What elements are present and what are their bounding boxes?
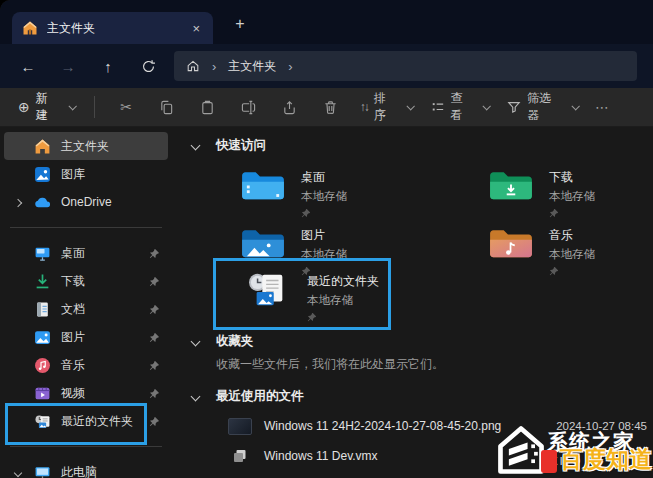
sidebar-item-desktop[interactable]: 桌面 [4,239,168,267]
section-title: 收藏夹 [216,333,254,350]
sidebar-item-label: 下载 [61,273,85,290]
pin-icon [301,208,311,218]
rename-button[interactable] [228,92,269,122]
expander-icon[interactable] [15,465,21,478]
chevron-down-icon[interactable] [191,141,201,151]
pin-icon [149,276,160,287]
tile-location: 本地存储 [301,247,347,262]
toolbar-divider [94,96,95,118]
file-row[interactable]: Windows 11 Dev.vmx [228,443,647,469]
home-icon [34,138,51,155]
tile-desktop[interactable]: 桌面 本地存储 [240,167,347,222]
sidebar-item-downloads[interactable]: 下载 [4,267,168,295]
view-icon [431,100,445,114]
chevron-down-icon[interactable] [191,392,201,402]
sidebar-item-pictures[interactable]: 图片 [4,323,168,351]
new-label: 新建 [36,90,60,124]
share-icon [282,100,297,115]
pin-icon [549,208,559,218]
refresh-button[interactable] [128,51,168,81]
expander-icon[interactable] [15,195,21,209]
copy-button[interactable] [146,92,187,122]
new-tab-button[interactable]: + [227,11,253,37]
file-date: 2024-10-27 08:45 [556,420,647,432]
file-row[interactable]: Windows 11 24H2-2024-10-27-08-45-20.png … [228,413,647,439]
address-box[interactable]: › 主文件夹 › [174,51,637,81]
desktop-folder-icon [240,167,286,205]
tab-bar: 主文件夹 × + [0,0,653,44]
favorites-empty-message: 收藏一些文件后，我们将在此处显示它们。 [216,356,444,373]
sidebar-item-home[interactable]: 主文件夹 [4,132,168,160]
pin-icon [149,416,160,427]
section-favorites[interactable]: 收藏夹 [192,333,254,350]
breadcrumb-separator[interactable]: › [288,59,292,74]
vmx-file-icon [228,448,252,465]
cut-button[interactable]: ✂ [106,92,147,122]
tile-location: 本地存储 [301,189,347,204]
sidebar-item-label: 主文件夹 [61,138,109,155]
tile-location: 本地存储 [307,293,379,308]
pictures-folder-icon [240,225,286,263]
more-options-button[interactable]: ⋯ [587,92,617,122]
sidebar-item-music[interactable]: 音乐 [4,351,168,379]
sidebar-item-recent-folders[interactable]: 最近的文件夹 [4,407,168,435]
breadcrumb-crumb[interactable]: 主文件夹 [228,58,276,75]
paste-button[interactable] [187,92,228,122]
sidebar-item-label: 桌面 [61,245,85,262]
back-button[interactable]: ← [8,51,48,81]
sidebar-item-gallery[interactable]: 图库 [4,160,168,188]
tile-location: 本地存储 [549,247,595,262]
sidebar-item-documents[interactable]: 文档 [4,295,168,323]
forward-button[interactable]: → [48,51,88,81]
delete-button[interactable] [310,92,351,122]
pin-icon [307,312,317,322]
section-recent-files[interactable]: 最近使用的文件 [192,388,304,405]
pin-icon [149,304,160,315]
filter-label: 筛选器 [527,90,563,124]
tile-recent-folders[interactable]: 最近的文件夹 本地存储 [246,271,379,326]
share-button[interactable] [269,92,310,122]
close-tab-icon[interactable]: × [189,21,203,36]
recent-folders-big-icon [246,271,292,311]
recent-folders-icon [34,413,51,430]
paste-icon [200,100,215,115]
trash-icon [323,100,338,115]
filter-button[interactable]: 筛选器 [498,92,587,122]
toolbar-right-group: ↑↓ 排序 查看 筛选器 ⋯ [351,92,617,122]
sidebar-item-videos[interactable]: 视频 [4,379,168,407]
sort-icon: ↑↓ [360,100,368,114]
chevron-down-icon [572,102,580,110]
pin-icon [149,248,160,259]
section-quick-access[interactable]: 快速访问 [192,137,266,154]
explorer-tab[interactable]: 主文件夹 × [12,12,213,44]
tile-name: 下载 [549,169,595,186]
png-thumbnail-icon [228,418,252,435]
music-icon [34,357,51,374]
sidebar-item-onedrive[interactable]: OneDrive [4,188,168,216]
command-toolbar: ⊕ 新建 ✂ [0,88,653,127]
view-button[interactable]: 查看 [422,92,499,122]
tab-title: 主文件夹 [47,20,189,37]
tile-downloads[interactable]: 下载 本地存储 [488,167,595,222]
tile-location: 本地存储 [549,189,595,204]
sidebar-item-label: 视频 [61,385,85,402]
tile-music[interactable]: 音乐 本地存储 [488,225,595,280]
chevron-down-icon[interactable] [191,337,201,347]
sidebar-divider [10,227,162,228]
pictures-icon [34,329,51,346]
sort-button[interactable]: ↑↓ 排序 [351,92,422,122]
new-button[interactable]: ⊕ 新建 [10,90,83,124]
desktop-icon [34,245,51,262]
up-button[interactable]: ↑ [88,51,128,81]
sidebar-item-label: 此电脑 [61,464,97,478]
sidebar-divider [10,446,162,447]
navigation-pane: 主文件夹 图库 OneDrive [0,128,172,478]
refresh-icon [141,59,156,74]
sidebar-item-this-pc[interactable]: 此电脑 [4,458,168,478]
home-tab-icon [22,20,38,36]
sort-label: 排序 [374,90,398,124]
breadcrumb-home-icon[interactable] [186,59,200,73]
sidebar-item-label: 文档 [61,301,85,318]
copy-icon [159,100,174,115]
explorer-body: 主文件夹 图库 OneDrive [0,128,653,478]
